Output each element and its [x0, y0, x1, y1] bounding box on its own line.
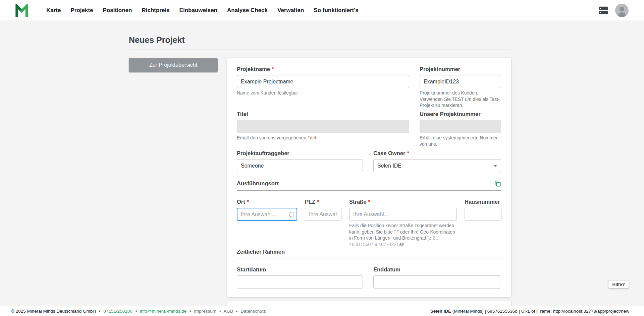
case-owner-field: Case Owner* Selen IDE [373, 150, 501, 172]
nav-einbauweisen[interactable]: Einbauweisen [179, 7, 217, 14]
projektauftraggeber-field: Projektauftraggeber [237, 150, 363, 172]
section-divider [237, 190, 501, 191]
projektnummer-field: Projektnummer Projektnummer des Kunden. … [420, 66, 501, 109]
separator-dot: • [236, 309, 238, 314]
projektname-field: Projektname* Name vom Kunden festlegbar [237, 66, 409, 109]
copy-icon[interactable] [494, 180, 501, 187]
nav-so-funktionierts[interactable]: So funktioniert's [314, 7, 358, 14]
loading-spinner-icon [289, 212, 294, 217]
titel-field: Titel Erhält den von uns vorgegebenen Ti… [237, 111, 409, 147]
titel-input [237, 120, 409, 133]
ausfuehrungsort-section-header: Ausführungsort [237, 180, 501, 187]
enddatum-input[interactable] [373, 275, 501, 289]
plz-label-text: PLZ [305, 199, 315, 205]
back-to-projects-button[interactable]: Zur Projektübersicht [129, 58, 218, 72]
nav-positionen[interactable]: Positionen [103, 7, 132, 14]
ort-label-text: Ort [237, 199, 245, 205]
mineral-minds-logo[interactable] [15, 4, 29, 17]
main-content: Neues Projekt Zur Projektübersicht Proje… [0, 20, 644, 316]
required-asterisk: * [317, 199, 319, 205]
footer: © 2025 Mineral Minds Deutschland GmbH • … [0, 306, 644, 316]
strasse-input[interactable] [349, 208, 457, 221]
case-owner-label: Case Owner* [373, 150, 501, 156]
ort-field: Ort* [237, 199, 297, 248]
footer-left: © 2025 Mineral Minds Deutschland GmbH • … [11, 309, 266, 314]
required-asterisk: * [368, 199, 370, 205]
projektnummer-helper: Projektnummer des Kunden. Verwenden Sie … [420, 90, 501, 109]
nav-projekte[interactable]: Projekte [70, 7, 93, 14]
navbar: Karte Projekte Positionen Richtpreis Ein… [0, 0, 644, 20]
ort-input[interactable] [237, 208, 297, 221]
required-asterisk: * [272, 66, 274, 72]
session-info: (Mineral Minds) | 69576255536d | URL of … [451, 309, 629, 314]
projektnummer-label: Projektnummer [420, 66, 501, 72]
unsere-projektnummer-input [420, 120, 501, 133]
strasse-helper-text: Falls die Position keiner Straße zugeord… [349, 223, 455, 241]
strasse-label: Straße* [349, 199, 457, 205]
titel-label: Titel [237, 111, 409, 117]
strasse-helper: Falls die Position keiner Straße zugeord… [349, 223, 457, 248]
footer-right: Selen IDE (Mineral Minds) | 69576255536d… [430, 309, 629, 314]
phone-link[interactable]: 07151/250100 [103, 309, 132, 314]
projektauftraggeber-label: Projektauftraggeber [237, 150, 363, 156]
help-badge-text: Hilfe? [612, 282, 625, 287]
user-avatar[interactable] [615, 4, 629, 17]
ort-label: Ort* [237, 199, 297, 205]
nav-analyse-check[interactable]: Analyse Check [227, 7, 268, 14]
separator-dot: • [190, 309, 191, 314]
separator-dot: • [135, 309, 137, 314]
left-column: Zur Projektübersicht [129, 58, 218, 297]
page-title: Neues Projekt [129, 35, 511, 45]
startdatum-label: Startdatum [237, 266, 363, 273]
projektname-label: Projektname* [237, 66, 409, 72]
plz-label: PLZ* [305, 199, 341, 205]
enddatum-label: Enddatum [373, 266, 501, 273]
datenschutz-link[interactable]: Datenschutz [240, 309, 266, 314]
projektnummer-input[interactable] [420, 75, 501, 88]
project-form-card: Projektname* Name vom Kunden festlegbar … [227, 58, 511, 297]
hausnummer-field: Hausnummer [465, 199, 501, 248]
ausfuehrungsort-heading: Ausführungsort [237, 180, 279, 187]
server-icon[interactable] [598, 6, 608, 15]
hausnummer-input[interactable] [465, 208, 501, 221]
case-owner-label-text: Case Owner [373, 150, 405, 156]
strasse-helper-suffix: an. [398, 242, 406, 247]
unsere-projektnummer-helper: Erhält eine systemgenerierte Nummer von … [420, 135, 501, 147]
agb-link[interactable]: AGB [224, 309, 233, 314]
projektname-label-text: Projektname [237, 66, 270, 72]
section-divider [237, 258, 501, 258]
projektauftraggeber-input[interactable] [237, 159, 363, 172]
projektname-helper: Name vom Kunden festlegbar [237, 90, 409, 97]
help-badge[interactable]: Hilfe? [608, 280, 629, 289]
page-header: Neues Projekt [129, 35, 511, 50]
unsere-projektnummer-label: Unsere Projektnummer [420, 111, 501, 117]
titel-helper: Erhält den von uns vorgegebenen Titel. [237, 135, 409, 141]
case-owner-selected-value: Selen IDE [377, 163, 401, 169]
impressum-link[interactable]: Impressum [194, 309, 216, 314]
plz-field: PLZ* [305, 199, 341, 248]
startdatum-field: Startdatum [237, 266, 363, 289]
nav-richtpreis[interactable]: Richtpreis [142, 7, 169, 14]
startdatum-input[interactable] [237, 275, 363, 289]
separator-dot: • [219, 309, 221, 314]
session-user: Selen IDE [430, 309, 451, 314]
projektname-input[interactable] [237, 75, 409, 88]
nav-karte[interactable]: Karte [46, 7, 61, 14]
chevron-down-icon [494, 165, 497, 167]
email-link[interactable]: info@mineral-minds.de [140, 309, 186, 314]
zeitlicher-rahmen-section-header: Zeitlicher Rahmen [237, 249, 501, 255]
enddatum-field: Enddatum [373, 266, 501, 289]
copyright-text: © 2025 Mineral Minds Deutschland GmbH [11, 309, 96, 314]
hausnummer-label: Hausnummer [465, 199, 501, 205]
unsere-projektnummer-field: Unsere Projektnummer Erhält eine systemg… [420, 111, 501, 147]
zeitlicher-rahmen-heading: Zeitlicher Rahmen [237, 249, 285, 255]
case-owner-select[interactable]: Selen IDE [373, 159, 501, 172]
plz-input[interactable] [305, 208, 341, 221]
required-asterisk: * [407, 150, 409, 156]
strasse-field: Straße* Falls die Position keiner Straße… [349, 199, 457, 248]
strasse-label-text: Straße [349, 199, 366, 205]
nav-verwalten[interactable]: Verwalten [277, 7, 304, 14]
required-asterisk: * [247, 199, 249, 205]
main-nav: Karte Projekte Positionen Richtpreis Ein… [46, 7, 598, 14]
separator-dot: • [99, 309, 101, 314]
